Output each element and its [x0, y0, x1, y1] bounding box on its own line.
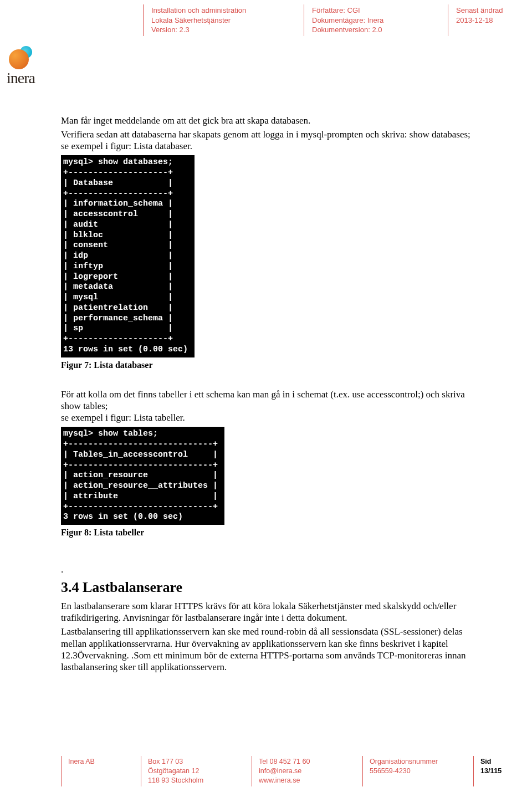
footer-col-address: Box 177 03 Östgötagatan 12 118 93 Stockh… [141, 756, 252, 786]
footer-line: Organisationsnummer [370, 757, 464, 767]
section-heading: 3.4 Lastbalanserare [61, 579, 471, 597]
footer-line: Box 177 03 [148, 757, 243, 767]
paragraph: Verifiera sedan att databaserna har skap… [61, 129, 471, 152]
paragraph: Man får inget meddelande om att det gick… [61, 115, 471, 126]
header-line: Författare: CGI [312, 6, 438, 16]
figure-caption-8: Figur 8: Lista tabeller [61, 527, 471, 538]
footer-line: 118 93 Stockholm [148, 776, 243, 785]
logo: inera [7, 47, 51, 87]
footer-page-number: Sid 13/115 [480, 757, 513, 776]
logo-text: inera [7, 69, 51, 87]
footer-col-page: Sid 13/115 [473, 756, 522, 786]
paragraph: För att kolla om det finns tabeller i et… [61, 389, 471, 424]
footer-col-contact: Tel 08 452 71 60 info@inera.se www.inera… [252, 756, 362, 786]
header-line: Version: 2.3 [151, 25, 294, 35]
footer-line: Inera AB [68, 757, 132, 767]
document-body: Man får inget meddelande om att det gick… [61, 115, 471, 673]
footer-line: Tel 08 452 71 60 [259, 757, 354, 767]
footer-line: www.inera.se [259, 776, 354, 785]
footer-col-orgnum: Organisationsnummer 556559-4230 [362, 756, 473, 786]
paragraph: Lastbalansering till applikationsservern… [61, 626, 471, 673]
header-line: Dokumentversion: 2.0 [312, 25, 438, 35]
header-col-3: Senast ändrad 2013-12-18 [448, 4, 525, 36]
footer-line: info@inera.se [259, 767, 354, 776]
header-line: Senast ändrad [456, 6, 515, 16]
document-footer: Inera AB Box 177 03 Östgötagatan 12 118 … [0, 756, 532, 786]
footer-col-company: Inera AB [61, 756, 141, 786]
header-line: Lokala Säkerhetstjänster [151, 16, 294, 25]
header-col-2: Författare: CGI Dokumentägare: Inera Dok… [304, 4, 448, 36]
header-line: 2013-12-18 [456, 16, 515, 25]
paragraph: En lastbalanserare som klarar HTTPS kräv… [61, 600, 471, 624]
terminal-output-tables: mysql> show tables; +-------------------… [61, 427, 224, 525]
figure-caption-7: Figur 7: Lista databaser [61, 360, 471, 371]
footer-line: Östgötagatan 12 [148, 767, 243, 776]
terminal-output-databases: mysql> show databases; +----------------… [61, 155, 195, 357]
footer-line: 556559-4230 [370, 767, 464, 776]
header-col-1: Installation och administration Lokala S… [143, 4, 304, 36]
logo-swirl-icon [7, 47, 33, 71]
paragraph-dot: . [61, 564, 471, 575]
document-header: Installation och administration Lokala S… [0, 0, 532, 36]
header-line: Installation och administration [151, 6, 294, 16]
header-line: Dokumentägare: Inera [312, 16, 438, 25]
